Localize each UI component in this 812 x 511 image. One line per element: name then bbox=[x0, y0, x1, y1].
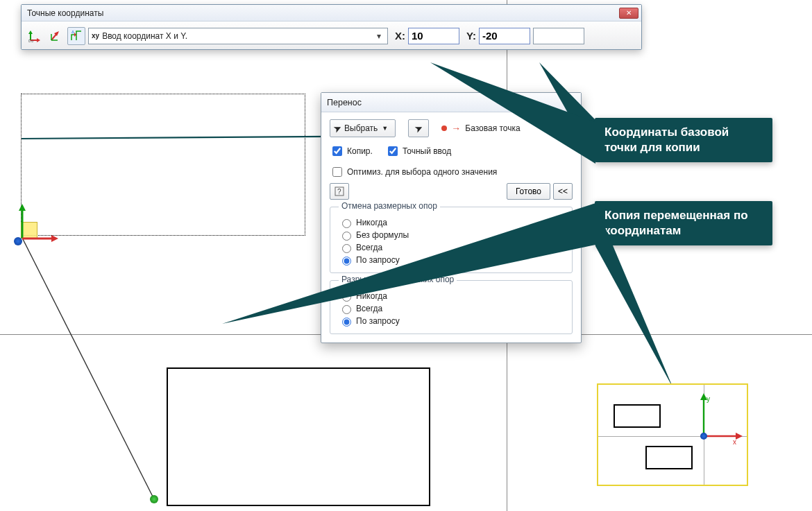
mode-global-icon[interactable]: 0,0 bbox=[26, 27, 44, 45]
preview-origin-icon bbox=[700, 433, 707, 440]
select-button[interactable]: ➤ Выбрать ▼ bbox=[330, 119, 396, 137]
geom-anchor-group: Разрыв геометрических опор НикогдаВсегда… bbox=[330, 280, 573, 334]
dimension-anchor-group: Отмена размерных опор НикогдаБез формулы… bbox=[330, 207, 573, 273]
mode-relative-icon[interactable]: Δ bbox=[67, 27, 85, 45]
radio-g1-2[interactable]: Всегда bbox=[339, 242, 564, 253]
svg-marker-9 bbox=[37, 38, 40, 42]
cursor-icon: ➤ bbox=[331, 121, 344, 135]
mode-polar-icon[interactable] bbox=[46, 27, 65, 45]
base-point-icon bbox=[441, 125, 447, 131]
radio-g2-1[interactable]: Всегда bbox=[339, 303, 564, 314]
svg-text:0,0: 0,0 bbox=[28, 39, 33, 42]
radio-g1-0[interactable]: Никогда bbox=[339, 217, 564, 228]
window-titlebar[interactable]: Точные координаты ✕ bbox=[22, 5, 641, 21]
coordinates-window: Точные координаты ✕ 0,0 Δ xy Ввод коорди… bbox=[21, 4, 642, 50]
y-input[interactable] bbox=[479, 28, 530, 44]
coordinate-origin bbox=[18, 214, 60, 241]
translate-dialog: Перенос ➤ Выбрать ▼ ➤ → Базовая точка Ко… bbox=[321, 92, 582, 343]
base-point-indicator: → Базовая точка bbox=[441, 123, 520, 134]
extra-input[interactable] bbox=[533, 28, 584, 44]
done-button[interactable]: Готово bbox=[507, 183, 550, 200]
dialog-titlebar[interactable]: Перенос bbox=[321, 93, 581, 112]
x-label: X: bbox=[395, 30, 405, 42]
radio-g2-0[interactable]: Никогда bbox=[339, 291, 564, 302]
optimize-checkbox[interactable]: Оптимиз. для выбора одного значения bbox=[330, 165, 497, 179]
combo-prefix: xy bbox=[92, 32, 99, 40]
window-title: Точные координаты bbox=[24, 8, 103, 18]
chevron-down-icon: ▾ bbox=[373, 31, 384, 41]
dialog-title: Перенос bbox=[327, 98, 362, 107]
close-icon[interactable]: ✕ bbox=[619, 8, 638, 19]
origin-highlight bbox=[21, 222, 37, 239]
callout-moved-copy: Копия перемещенная по координатам bbox=[595, 201, 772, 245]
original-rectangle bbox=[21, 94, 305, 236]
combo-text: Ввод координат X и Y. bbox=[102, 31, 187, 41]
precise-input-checkbox[interactable]: Точный ввод bbox=[385, 144, 451, 158]
copy-checkbox[interactable]: Копир. bbox=[330, 144, 373, 158]
x-input[interactable] bbox=[408, 28, 459, 44]
chevron-down-icon: ▼ bbox=[382, 125, 388, 132]
cursor-icon: ➤ bbox=[412, 121, 425, 135]
svg-text:x: x bbox=[733, 438, 736, 446]
collapse-button[interactable]: << bbox=[553, 183, 573, 200]
svg-text:Δ: Δ bbox=[71, 30, 74, 34]
moved-rectangle bbox=[167, 367, 430, 506]
radio-g2-2[interactable]: По запросу bbox=[339, 315, 564, 327]
basepoint-pick-button[interactable]: ➤ bbox=[408, 119, 429, 137]
radio-g1-3[interactable]: По запросу bbox=[339, 254, 564, 266]
coordinates-toolbar: 0,0 Δ xy Ввод координат X и Y. ▾ X: Y: bbox=[22, 21, 641, 49]
y-label: Y: bbox=[466, 30, 476, 42]
svg-marker-5 bbox=[51, 235, 58, 242]
node-point-icon bbox=[150, 495, 158, 503]
svg-line-0 bbox=[22, 238, 154, 499]
svg-text:?: ? bbox=[337, 188, 341, 196]
help-button[interactable]: ? bbox=[330, 183, 349, 200]
coordinate-mode-combo[interactable]: xy Ввод координат X и Y. ▾ bbox=[88, 28, 388, 44]
svg-marker-7 bbox=[28, 31, 33, 34]
radio-g1-1[interactable]: Без формулы bbox=[339, 229, 564, 241]
callout-base-coords: Координаты базовой точки для копии bbox=[595, 118, 772, 162]
result-preview: x y bbox=[597, 383, 748, 486]
svg-text:y: y bbox=[707, 395, 710, 403]
origin-point-icon bbox=[14, 237, 22, 245]
